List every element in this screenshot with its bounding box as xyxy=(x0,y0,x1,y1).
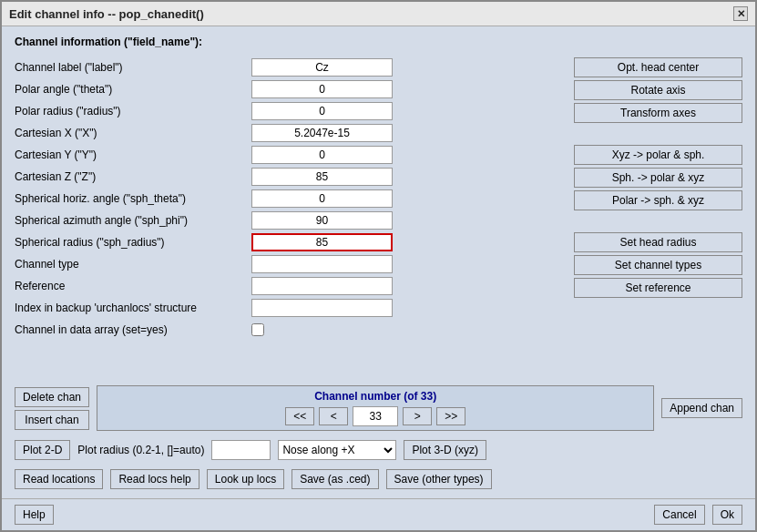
channel-number-input[interactable] xyxy=(353,406,398,426)
section-title: Channel information ("field_name"): xyxy=(15,36,742,48)
prev-prev-button[interactable]: << xyxy=(285,407,314,425)
field-row: Index in backup 'urchanlocs' structure xyxy=(15,298,565,318)
field-label: Cartesian Z ("Z") xyxy=(15,170,251,183)
close-button[interactable]: ✕ xyxy=(733,6,748,21)
field-label: Channel in data array (set=yes) xyxy=(15,323,251,336)
content-area: Channel information ("field_name"): Chan… xyxy=(2,26,755,498)
ok-button[interactable]: Ok xyxy=(712,505,742,525)
field-row: Polar radius ("radius") xyxy=(15,101,565,121)
main-window: Edit channel info -- pop_chanedit() ✕ Ch… xyxy=(0,0,757,532)
field-label: Cartesian X ("X") xyxy=(15,127,251,139)
channel-nav-row: Delete chan Insert chan Channel number (… xyxy=(15,385,742,431)
append-chan-button[interactable]: Append chan xyxy=(661,398,742,418)
field-label: Channel type xyxy=(15,258,251,271)
save-other-button[interactable]: Save (other types) xyxy=(386,469,492,489)
field-label: Polar radius ("radius") xyxy=(15,105,251,118)
field-input-0[interactable] xyxy=(251,58,393,77)
field-label: Spherical azimuth angle ("sph_phi") xyxy=(15,214,251,227)
field-label: Cartesian Y ("Y") xyxy=(15,148,251,161)
field-label: Spherical horiz. angle ("sph_theta") xyxy=(15,192,251,205)
field-label: Index in backup 'urchanlocs' structure xyxy=(15,302,251,314)
field-input-5[interactable] xyxy=(251,168,393,186)
bottom-actions: Read locations Read locs help Look up lo… xyxy=(15,469,742,489)
opt-head-center-button[interactable]: Opt. head center xyxy=(574,57,742,77)
field-input-11[interactable] xyxy=(251,299,393,317)
next-next-button[interactable]: >> xyxy=(436,407,465,425)
field-input-9[interactable] xyxy=(251,255,393,273)
field-row: Polar angle ("theta") xyxy=(15,79,565,99)
footer: Help Cancel Ok xyxy=(2,498,755,530)
field-input-10[interactable] xyxy=(251,277,393,295)
transform-axes-button[interactable]: Transform axes xyxy=(574,103,742,123)
insert-chan-button[interactable]: Insert chan xyxy=(15,410,89,430)
field-input-2[interactable] xyxy=(251,102,393,120)
field-row: Reference xyxy=(15,276,565,296)
field-label: Reference xyxy=(15,280,251,292)
rotate-axis-button[interactable]: Rotate axis xyxy=(574,80,742,100)
channel-nav-controls: << < > >> xyxy=(105,406,646,426)
channel-nav-label: Channel number (of 33) xyxy=(105,390,646,403)
field-label: Channel label ("label") xyxy=(15,61,251,74)
sph-polar-xyz-button[interactable]: Sph. -> polar & xyz xyxy=(574,168,742,188)
field-row: Cartesian Y ("Y") xyxy=(15,145,565,165)
cancel-button[interactable]: Cancel xyxy=(654,505,704,525)
fields-area: Channel label ("label")Polar angle ("the… xyxy=(15,57,565,378)
channel-nav-box: Channel number (of 33) << < > >> xyxy=(97,385,654,431)
footer-left: Help xyxy=(15,505,54,525)
field-input-3[interactable] xyxy=(251,124,393,142)
field-label: Polar angle ("theta") xyxy=(15,83,251,96)
set-head-radius-button[interactable]: Set head radius xyxy=(574,232,742,252)
nose-select[interactable]: Nose along +X Nose along +Y Nose along -… xyxy=(278,440,396,460)
prev-button[interactable]: < xyxy=(319,407,348,425)
window-title: Edit channel info -- pop_chanedit() xyxy=(9,7,204,21)
field-input-8[interactable] xyxy=(251,233,393,251)
plot2d-button[interactable]: Plot 2-D xyxy=(15,440,70,460)
field-row: Channel type xyxy=(15,254,565,274)
title-bar: Edit channel info -- pop_chanedit() ✕ xyxy=(2,2,755,26)
main-area: Channel label ("label")Polar angle ("the… xyxy=(15,57,742,378)
plot-radius-label: Plot radius (0.2-1, []=auto) xyxy=(77,444,204,456)
set-reference-button[interactable]: Set reference xyxy=(574,278,742,298)
plot-row: Plot 2-D Plot radius (0.2-1, []=auto) No… xyxy=(15,440,742,460)
help-button[interactable]: Help xyxy=(15,505,54,525)
channel-in-data-checkbox[interactable] xyxy=(251,323,264,336)
right-buttons-area: Opt. head centerRotate axisTransform axe… xyxy=(574,57,742,378)
field-row: Spherical radius ("sph_radius") xyxy=(15,232,565,252)
field-input-7[interactable] xyxy=(251,211,393,230)
xyz-polar-sph--button[interactable]: Xyz -> polar & sph. xyxy=(574,145,742,165)
read-locations-button[interactable]: Read locations xyxy=(15,469,103,489)
plot3d-button[interactable]: Plot 3-D (xyz) xyxy=(404,440,486,460)
field-row: Spherical azimuth angle ("sph_phi") xyxy=(15,210,565,230)
field-row: Channel label ("label") xyxy=(15,57,565,77)
field-label: Spherical radius ("sph_radius") xyxy=(15,236,251,249)
field-row: Cartesian Z ("Z") xyxy=(15,167,565,187)
field-input-1[interactable] xyxy=(251,80,393,98)
field-input-6[interactable] xyxy=(251,189,393,208)
save-ced-button[interactable]: Save (as .ced) xyxy=(292,469,378,489)
field-row: Channel in data array (set=yes) xyxy=(15,320,565,340)
set-channel-types-button[interactable]: Set channel types xyxy=(574,255,742,275)
delete-chan-button[interactable]: Delete chan xyxy=(15,387,89,407)
plot-radius-input[interactable] xyxy=(211,440,271,460)
look-up-locs-button[interactable]: Look up locs xyxy=(207,469,284,489)
next-button[interactable]: > xyxy=(403,407,432,425)
field-input-4[interactable] xyxy=(251,146,393,164)
footer-right: Cancel Ok xyxy=(654,505,742,525)
polar-sph-xyz-button[interactable]: Polar -> sph. & xyz xyxy=(574,190,742,210)
field-row: Spherical horiz. angle ("sph_theta") xyxy=(15,189,565,209)
field-row: Cartesian X ("X") xyxy=(15,123,565,143)
read-locs-help-button[interactable]: Read locs help xyxy=(110,469,199,489)
